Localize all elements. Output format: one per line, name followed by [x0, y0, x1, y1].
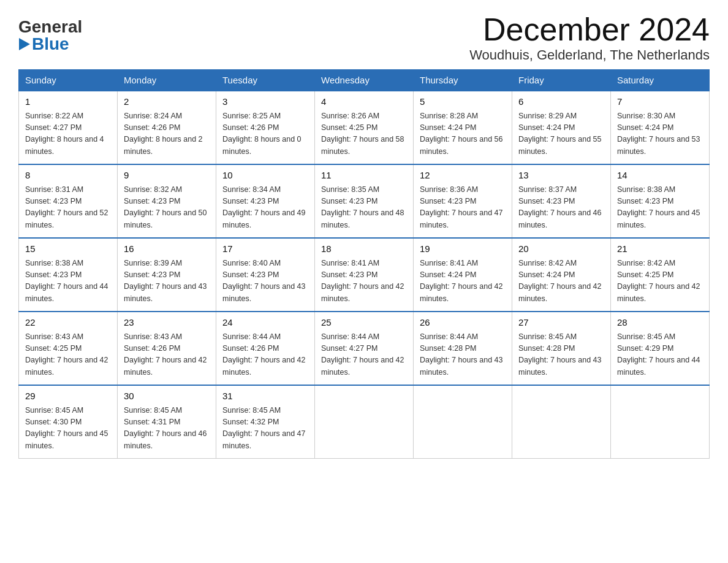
calendar-cell: 2 Sunrise: 8:24 AMSunset: 4:26 PMDayligh… [118, 91, 216, 164]
day-number: 2 [124, 95, 210, 109]
calendar-cell: 24 Sunrise: 8:44 AMSunset: 4:26 PMDaylig… [216, 312, 315, 385]
day-number: 10 [222, 169, 308, 183]
calendar-cell: 6 Sunrise: 8:29 AMSunset: 4:24 PMDayligh… [512, 91, 611, 164]
calendar-cell: 19 Sunrise: 8:41 AMSunset: 4:24 PMDaylig… [414, 238, 512, 312]
day-number: 24 [222, 316, 308, 330]
page-header: General Blue December 2024 Woudhuis, Gel… [18, 12, 710, 63]
day-number: 13 [518, 169, 604, 183]
calendar-cell: 8 Sunrise: 8:31 AMSunset: 4:23 PMDayligh… [19, 164, 118, 238]
calendar-table: SundayMondayTuesdayWednesdayThursdayFrid… [18, 69, 710, 459]
day-number: 3 [222, 95, 308, 109]
day-number: 11 [321, 169, 407, 183]
calendar-cell: 5 Sunrise: 8:28 AMSunset: 4:24 PMDayligh… [414, 91, 512, 164]
day-number: 21 [617, 242, 703, 256]
calendar-cell: 11 Sunrise: 8:35 AMSunset: 4:23 PMDaylig… [315, 164, 414, 238]
day-number: 26 [420, 316, 506, 330]
calendar-cell: 16 Sunrise: 8:39 AMSunset: 4:23 PMDaylig… [118, 238, 216, 312]
day-info: Sunrise: 8:30 AMSunset: 4:24 PMDaylight:… [617, 112, 700, 156]
calendar-cell: 18 Sunrise: 8:41 AMSunset: 4:23 PMDaylig… [315, 238, 414, 312]
day-info: Sunrise: 8:39 AMSunset: 4:23 PMDaylight:… [124, 259, 207, 303]
day-info: Sunrise: 8:28 AMSunset: 4:24 PMDaylight:… [420, 112, 503, 156]
day-number: 9 [124, 169, 210, 183]
day-number: 1 [25, 95, 111, 109]
month-title: December 2024 [469, 12, 710, 47]
calendar-cell: 12 Sunrise: 8:36 AMSunset: 4:23 PMDaylig… [414, 164, 512, 238]
calendar-cell: 23 Sunrise: 8:43 AMSunset: 4:26 PMDaylig… [118, 312, 216, 385]
day-info: Sunrise: 8:45 AMSunset: 4:31 PMDaylight:… [124, 406, 207, 450]
day-number: 16 [124, 242, 210, 256]
calendar-cell: 28 Sunrise: 8:45 AMSunset: 4:29 PMDaylig… [611, 312, 710, 385]
calendar-cell: 15 Sunrise: 8:38 AMSunset: 4:23 PMDaylig… [19, 238, 118, 312]
calendar-cell: 10 Sunrise: 8:34 AMSunset: 4:23 PMDaylig… [216, 164, 315, 238]
day-number: 28 [617, 316, 703, 330]
day-number: 18 [321, 242, 407, 256]
day-number: 8 [25, 169, 111, 183]
day-info: Sunrise: 8:45 AMSunset: 4:28 PMDaylight:… [518, 332, 602, 377]
logo: General Blue [18, 18, 82, 53]
calendar-cell [414, 385, 512, 459]
day-number: 22 [25, 316, 111, 330]
day-number: 14 [617, 169, 703, 183]
day-info: Sunrise: 8:38 AMSunset: 4:23 PMDaylight:… [617, 185, 700, 229]
day-number: 25 [321, 316, 407, 330]
day-info: Sunrise: 8:36 AMSunset: 4:23 PMDaylight:… [420, 185, 503, 229]
calendar-cell [512, 385, 611, 459]
calendar-header: SundayMondayTuesdayWednesdayThursdayFrid… [19, 70, 710, 91]
calendar-cell: 22 Sunrise: 8:43 AMSunset: 4:25 PMDaylig… [19, 312, 118, 385]
day-number: 15 [25, 242, 111, 256]
day-info: Sunrise: 8:44 AMSunset: 4:27 PMDaylight:… [321, 332, 404, 377]
calendar-body: 1 Sunrise: 8:22 AMSunset: 4:27 PMDayligh… [19, 91, 710, 459]
calendar-week-row: 8 Sunrise: 8:31 AMSunset: 4:23 PMDayligh… [19, 164, 710, 238]
calendar-cell: 27 Sunrise: 8:45 AMSunset: 4:28 PMDaylig… [512, 312, 611, 385]
day-number: 23 [124, 316, 210, 330]
calendar-cell: 13 Sunrise: 8:37 AMSunset: 4:23 PMDaylig… [512, 164, 611, 238]
day-info: Sunrise: 8:31 AMSunset: 4:23 PMDaylight:… [25, 185, 108, 229]
day-info: Sunrise: 8:45 AMSunset: 4:29 PMDaylight:… [617, 332, 700, 377]
day-info: Sunrise: 8:41 AMSunset: 4:24 PMDaylight:… [420, 259, 503, 303]
location-subtitle: Woudhuis, Gelderland, The Netherlands [469, 47, 710, 63]
day-number: 7 [617, 95, 703, 109]
day-info: Sunrise: 8:25 AMSunset: 4:26 PMDaylight:… [222, 112, 301, 156]
day-info: Sunrise: 8:41 AMSunset: 4:23 PMDaylight:… [321, 259, 404, 303]
calendar-cell: 14 Sunrise: 8:38 AMSunset: 4:23 PMDaylig… [611, 164, 710, 238]
day-info: Sunrise: 8:43 AMSunset: 4:26 PMDaylight:… [124, 332, 207, 377]
day-number: 5 [420, 95, 506, 109]
day-number: 27 [518, 316, 604, 330]
day-number: 12 [420, 169, 506, 183]
day-number: 29 [25, 389, 111, 404]
logo-general-text: General [18, 18, 82, 36]
day-info: Sunrise: 8:22 AMSunset: 4:27 PMDaylight:… [25, 112, 104, 156]
day-number: 4 [321, 95, 407, 109]
calendar-cell: 3 Sunrise: 8:25 AMSunset: 4:26 PMDayligh… [216, 91, 315, 164]
logo-triangle-icon [19, 38, 30, 50]
calendar-week-row: 22 Sunrise: 8:43 AMSunset: 4:25 PMDaylig… [19, 312, 710, 385]
day-info: Sunrise: 8:26 AMSunset: 4:25 PMDaylight:… [321, 112, 404, 156]
logo-blue-text: Blue [18, 36, 69, 53]
calendar-cell: 17 Sunrise: 8:40 AMSunset: 4:23 PMDaylig… [216, 238, 315, 312]
calendar-cell: 29 Sunrise: 8:45 AMSunset: 4:30 PMDaylig… [19, 385, 118, 459]
day-info: Sunrise: 8:40 AMSunset: 4:23 PMDaylight:… [222, 259, 306, 303]
calendar-cell [611, 385, 710, 459]
day-info: Sunrise: 8:24 AMSunset: 4:26 PMDaylight:… [124, 112, 203, 156]
calendar-cell: 9 Sunrise: 8:32 AMSunset: 4:23 PMDayligh… [118, 164, 216, 238]
weekday-header-wednesday: Wednesday [315, 70, 414, 91]
weekday-header-friday: Friday [512, 70, 611, 91]
calendar-cell: 7 Sunrise: 8:30 AMSunset: 4:24 PMDayligh… [611, 91, 710, 164]
weekday-header-thursday: Thursday [414, 70, 512, 91]
day-info: Sunrise: 8:37 AMSunset: 4:23 PMDaylight:… [518, 185, 602, 229]
day-info: Sunrise: 8:38 AMSunset: 4:23 PMDaylight:… [25, 259, 108, 303]
calendar-cell: 21 Sunrise: 8:42 AMSunset: 4:25 PMDaylig… [611, 238, 710, 312]
weekday-header-row: SundayMondayTuesdayWednesdayThursdayFrid… [19, 70, 710, 91]
calendar-week-row: 1 Sunrise: 8:22 AMSunset: 4:27 PMDayligh… [19, 91, 710, 164]
calendar-cell: 26 Sunrise: 8:44 AMSunset: 4:28 PMDaylig… [414, 312, 512, 385]
weekday-header-sunday: Sunday [19, 70, 118, 91]
day-info: Sunrise: 8:43 AMSunset: 4:25 PMDaylight:… [25, 332, 108, 377]
day-info: Sunrise: 8:44 AMSunset: 4:28 PMDaylight:… [420, 332, 503, 377]
calendar-cell: 20 Sunrise: 8:42 AMSunset: 4:24 PMDaylig… [512, 238, 611, 312]
calendar-cell: 4 Sunrise: 8:26 AMSunset: 4:25 PMDayligh… [315, 91, 414, 164]
weekday-header-monday: Monday [118, 70, 216, 91]
day-number: 31 [222, 389, 308, 404]
day-info: Sunrise: 8:34 AMSunset: 4:23 PMDaylight:… [222, 185, 306, 229]
day-info: Sunrise: 8:45 AMSunset: 4:32 PMDaylight:… [222, 406, 306, 450]
day-info: Sunrise: 8:42 AMSunset: 4:24 PMDaylight:… [518, 259, 602, 303]
